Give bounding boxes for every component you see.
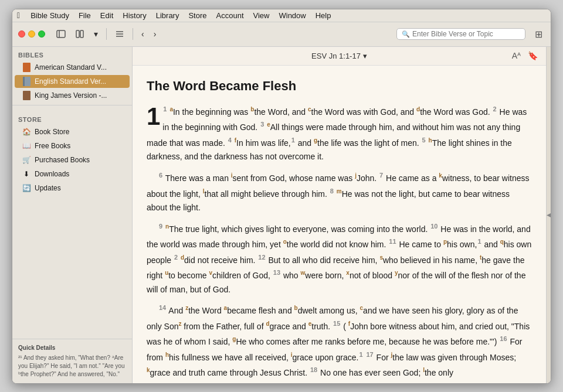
- sidebar-item-label-kjv: King James Version -...: [35, 91, 107, 100]
- verse-1-num: 1: [163, 105, 167, 113]
- verse-11-num: 11: [389, 238, 396, 245]
- menu-history[interactable]: History: [118, 11, 151, 20]
- books-button[interactable]: [72, 28, 87, 40]
- sidebar-item-downloads[interactable]: ⬇ Downloads: [15, 168, 130, 180]
- menu-window[interactable]: Window: [274, 11, 310, 20]
- footnote-ee: e: [308, 321, 312, 327]
- minimize-button[interactable]: [28, 30, 35, 38]
- footnote-bb: b: [294, 305, 298, 311]
- scroll-handle[interactable]: ◀: [546, 47, 551, 383]
- book-gray-icon: [22, 77, 31, 86]
- sidebar-toggle-button[interactable]: [53, 28, 69, 40]
- quick-details-header: Quick Details: [18, 344, 126, 352]
- menu-account[interactable]: Account: [212, 11, 249, 20]
- footnote-kk: k: [147, 367, 150, 373]
- quick-details-text: ²¹ And they asked him, "What then? ᵃAre …: [18, 354, 126, 379]
- verse-3-num: 3: [260, 121, 264, 128]
- sidebar-item-label-asv: American Standard V...: [35, 63, 107, 71]
- verse-15-num: 15: [333, 320, 340, 327]
- footnote-k: k: [439, 172, 442, 179]
- footnote-s: s: [379, 254, 383, 261]
- menu-library[interactable]: Library: [151, 11, 184, 20]
- sidebar-item-book-store[interactable]: 🏠 Book Store: [15, 125, 130, 138]
- bible-text-area[interactable]: The Word Became Flesh 1 1 aIn the beginn…: [133, 66, 546, 383]
- panel-button[interactable]: ⊞: [533, 28, 545, 41]
- back-button[interactable]: ‹: [138, 28, 147, 40]
- footnote-n: n: [165, 223, 169, 230]
- search-icon: 🔍: [402, 30, 410, 38]
- verse-12-num: 12: [258, 254, 265, 261]
- footnote-d: d: [416, 106, 420, 113]
- footnote-aa: a: [224, 305, 228, 311]
- menu-edit[interactable]: Edit: [96, 11, 118, 20]
- footnote-q: q: [500, 238, 504, 245]
- menu-help[interactable]: Help: [311, 11, 336, 20]
- footnote-h: h: [429, 137, 432, 144]
- books-menu-button[interactable]: ▾: [91, 28, 101, 40]
- verse-block-1: 1 1 aIn the beginning was bthe Word, and…: [147, 104, 532, 164]
- sidebar-item-updates[interactable]: 🔄 Updates: [15, 182, 130, 195]
- footnote-i: i: [231, 172, 233, 179]
- bibles-section-header: Bibles: [12, 47, 132, 60]
- verse-13-num: 13: [273, 269, 280, 276]
- verse-9-num: 9: [159, 223, 162, 230]
- apple-menu[interactable]: : [17, 11, 20, 20]
- menu-store[interactable]: Store: [184, 11, 211, 20]
- search-bar[interactable]: 🔍: [396, 28, 525, 40]
- svg-rect-2: [76, 30, 79, 38]
- list-view-button[interactable]: [112, 28, 127, 40]
- verse-block-4: 14 And zthe Word abecame flesh and bdwel…: [147, 302, 532, 380]
- verse-10-num: 10: [430, 223, 437, 230]
- footnote-m: m: [337, 188, 342, 195]
- verse-11-fn: 1: [477, 238, 481, 245]
- sidebar-item-american-standard[interactable]: American Standard V...: [15, 61, 130, 74]
- footnote-z: z: [185, 305, 188, 311]
- footnote-w: w: [301, 270, 306, 276]
- sidebar-divider: [12, 105, 132, 105]
- menu-file[interactable]: File: [74, 11, 96, 20]
- store-section-header: Store: [12, 111, 132, 125]
- sidebar-item-label-esv: English Standard Ver...: [35, 77, 106, 86]
- sidebar: Bibles American Standard V... English St…: [12, 47, 133, 383]
- footnote-p: p: [443, 238, 447, 245]
- verse-8-num: 8: [330, 188, 334, 195]
- bookmark-button[interactable]: 🔖: [527, 50, 539, 62]
- passage-selector[interactable]: ESV Jn 1:1-17 ▾: [308, 50, 371, 62]
- chapter-number: 1: [147, 106, 160, 127]
- font-size-button[interactable]: Aᴬ: [511, 50, 522, 62]
- menu-view[interactable]: View: [249, 11, 274, 20]
- footnote-t: t: [480, 254, 481, 261]
- footnote-hh: h: [165, 352, 169, 358]
- footnote-dd: d: [266, 321, 269, 327]
- close-button[interactable]: [18, 30, 25, 38]
- sidebar-item-purchased-books[interactable]: 🛒 Purchased Books: [15, 154, 130, 166]
- sidebar-item-label-downloads: Downloads: [35, 170, 69, 178]
- free-books-icon: 📖: [22, 141, 31, 151]
- verse-18-num: 18: [310, 366, 317, 373]
- verse-block-2: 6 There was a man isent from God, whose …: [147, 170, 532, 215]
- footnote-c: c: [308, 106, 311, 113]
- verse-block-3: 9 nThe true light, which gives light to …: [147, 221, 532, 297]
- sidebar-item-free-books[interactable]: 📖 Free Books: [15, 139, 130, 152]
- store-home-icon: 🏠: [22, 127, 31, 137]
- passage-title: The Word Became Flesh: [147, 75, 532, 97]
- footnote-o: o: [283, 238, 287, 245]
- menu-bible-study[interactable]: Bible Study: [26, 11, 74, 20]
- footnote-ii: i: [291, 352, 293, 358]
- verse-2-num: 2: [493, 105, 497, 113]
- verse-6-num: 6: [159, 172, 162, 179]
- sidebar-item-kjv[interactable]: King James Version -...: [15, 89, 130, 102]
- sidebar-item-esv[interactable]: English Standard Ver...: [15, 75, 130, 88]
- footnote-f: f: [235, 137, 236, 144]
- scroll-arrow: ◀: [547, 210, 551, 220]
- forward-button[interactable]: ›: [151, 28, 160, 40]
- maximize-button[interactable]: [38, 30, 45, 38]
- verse-4-fn: 1: [291, 137, 295, 144]
- search-input[interactable]: [412, 30, 520, 38]
- purchased-icon: 🛒: [22, 155, 31, 165]
- toolbar: ▾ ‹ › 🔍 ⊞: [12, 22, 551, 47]
- verse-11-fn2: 2: [174, 254, 178, 261]
- sidebar-item-label-bookstore: Book Store: [35, 128, 69, 136]
- separator-2: [133, 28, 133, 40]
- quick-details-panel: Quick Details ²¹ And they asked him, "Wh…: [12, 339, 132, 383]
